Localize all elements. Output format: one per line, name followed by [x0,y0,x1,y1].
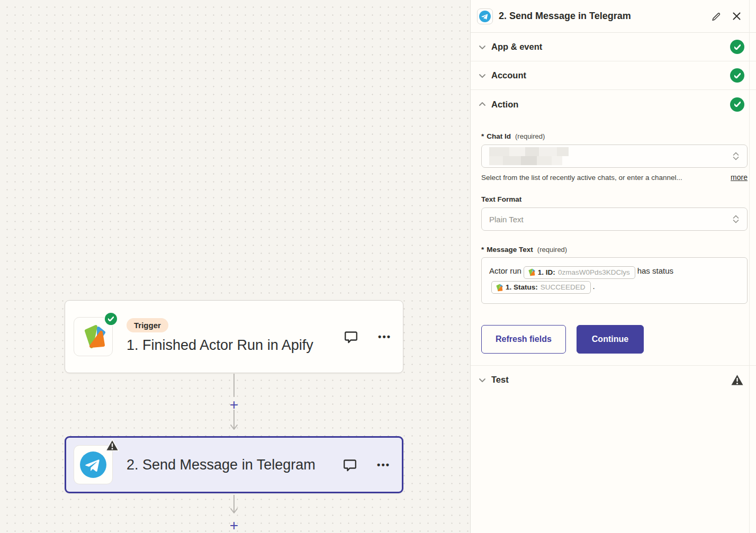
action-form: * Chat Id (required) Select from the lis… [471,119,756,354]
text-format-label: Text Format [481,195,521,203]
more-options-button[interactable]: ••• [378,332,391,341]
continue-button[interactable]: Continue [577,325,644,354]
required-marker: * [481,132,484,140]
ellipsis-icon: ••• [378,332,391,341]
chat-id-select[interactable] [481,144,748,168]
section-test[interactable]: Test [471,365,756,394]
comment-icon [342,457,358,473]
apify-logo-icon [527,268,535,276]
required-marker: * [481,246,484,254]
close-icon [732,12,741,21]
comment-icon [343,329,359,345]
section-label: Test [491,375,509,385]
more-link[interactable]: more [731,173,748,182]
telegram-app-icon [74,445,113,484]
chat-id-help-text: Select from the list of recently active … [481,174,682,182]
message-text-segment: . [593,282,595,291]
section-complete-icon [730,97,744,112]
text-format-label-row: Text Format [481,195,748,203]
message-text-segment: has status [637,266,673,275]
chevron-down-icon [478,71,487,80]
token-value: SUCCEEDED [541,280,586,295]
section-app-event[interactable]: App & event [471,33,756,61]
comment-button[interactable] [342,457,358,473]
redacted-chat-value [489,147,569,165]
step-title: 1. Finished Actor Run in Apify [127,335,325,355]
chevron-down-icon [478,376,487,384]
telegram-app-chip [477,8,493,24]
section-complete-icon [730,68,744,83]
step-title: 2. Send Message in Telegram [127,455,325,475]
step-settings-panel: 2. Send Message in Telegram App & event [470,0,756,533]
text-format-select[interactable]: Plain Text [481,207,748,231]
step-card-telegram[interactable]: 2. Send Message in Telegram ••• [65,436,403,493]
field-token-id[interactable]: 1. ID:0zmasW0Pds3KDClys [524,266,635,279]
token-label: 1. Status: [506,280,538,295]
section-label: Action [491,100,518,110]
message-text-label: Message Text [487,246,533,254]
pencil-icon [712,11,722,21]
workflow-canvas[interactable]: Trigger 1. Finished Actor Run in Apify •… [0,0,470,533]
ellipsis-icon: ••• [377,460,390,469]
select-stepper-icon [732,214,740,224]
section-label: App & event [491,42,542,52]
telegram-logo-icon [479,11,491,22]
step-success-badge [104,312,118,326]
more-options-button[interactable]: ••• [377,460,390,469]
apify-logo-icon [80,324,106,349]
chat-id-label-row: * Chat Id (required) [481,132,748,140]
comment-button[interactable] [343,329,359,345]
section-action[interactable]: Action [471,90,756,119]
token-value: 0zmasW0Pds3KDClys [558,265,630,280]
apify-logo-icon [495,284,503,292]
telegram-logo-icon [80,451,106,478]
step-warning-badge [105,439,119,454]
connector-line [226,495,242,516]
trigger-badge: Trigger [127,318,168,332]
required-hint: (required) [515,132,545,140]
message-text-label-row: * Message Text (required) [481,246,748,254]
token-label: 1. ID: [538,265,555,280]
add-step-button[interactable]: + [227,398,241,412]
text-format-value: Plain Text [489,215,524,224]
rename-step-button[interactable] [712,11,722,21]
section-complete-icon [730,40,744,54]
apify-app-icon [74,317,113,356]
section-account[interactable]: Account [471,61,756,90]
chevron-down-icon [478,43,487,51]
refresh-fields-button[interactable]: Refresh fields [481,325,566,354]
panel-header: 2. Send Message in Telegram [471,0,756,33]
select-stepper-icon [732,151,740,161]
message-text-editor[interactable]: Actor run1. ID:0zmasW0Pds3KDClyshas stat… [481,257,748,304]
add-step-button[interactable]: + [227,519,241,532]
chevron-up-icon [478,100,487,109]
field-token-status[interactable]: 1. Status:SUCCEEDED [491,281,591,294]
step-card-trigger[interactable]: Trigger 1. Finished Actor Run in Apify •… [65,300,403,373]
close-panel-button[interactable] [732,12,741,21]
panel-title: 2. Send Message in Telegram [499,11,631,22]
section-label: Account [491,70,526,80]
required-hint: (required) [537,246,567,254]
section-warning-icon [730,373,744,386]
message-text-segment: Actor run [489,266,521,275]
chat-id-label: Chat Id [487,132,511,140]
